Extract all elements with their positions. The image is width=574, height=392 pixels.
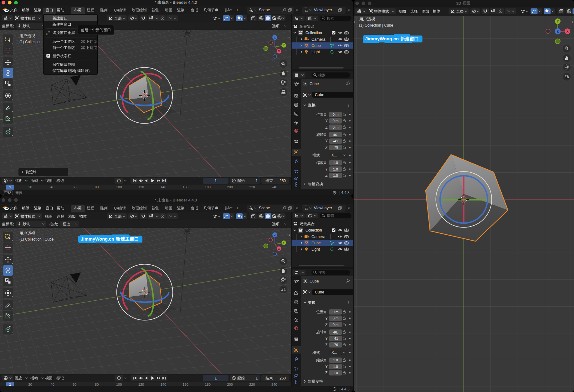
- svg-text:0 m: 0 m: [332, 125, 338, 129]
- svg-text:Cube: Cube: [315, 290, 324, 294]
- svg-text:1: 1: [256, 179, 258, 183]
- svg-text:1.0: 1.0: [333, 174, 338, 177]
- svg-text::: :: [13, 222, 14, 227]
- svg-text:(1) Collection | Cube: (1) Collection | Cube: [19, 237, 54, 242]
- svg-text:240: 240: [271, 185, 277, 189]
- svg-text:* 未命名 - Blender 4.4.3: * 未命名 - Blender 4.4.3: [155, 198, 197, 202]
- svg-text:160: 160: [183, 383, 188, 386]
- svg-text:240: 240: [271, 383, 277, 386]
- svg-text:0 m: 0 m: [332, 113, 338, 116]
- svg-text:Y: Y: [283, 241, 285, 244]
- svg-text:140: 140: [161, 185, 166, 189]
- svg-text:Scene: Scene: [259, 206, 270, 210]
- svg-text:(1) Collection: (1) Collection: [19, 40, 42, 44]
- svg-text:+: +: [236, 206, 238, 211]
- svg-text:Camera: Camera: [311, 235, 325, 239]
- svg-text:1: 1: [256, 376, 258, 380]
- svg-text:Y: Y: [325, 167, 328, 171]
- svg-text:-79: -79: [333, 343, 338, 347]
- svg-text:X: X: [324, 113, 326, 117]
- svg-text:Cube: Cube: [310, 82, 319, 86]
- svg-text:220: 220: [249, 383, 255, 386]
- svg-text:160: 160: [183, 185, 188, 189]
- svg-text:>: >: [354, 20, 356, 24]
- svg-text:1.0: 1.0: [333, 358, 338, 362]
- svg-text:1.0: 1.0: [333, 161, 338, 165]
- svg-text:X...: X...: [331, 350, 337, 355]
- svg-text:X: X: [278, 50, 280, 53]
- svg-text:250: 250: [279, 376, 286, 380]
- svg-text:-41: -41: [333, 139, 338, 143]
- svg-text:-79: -79: [333, 145, 338, 149]
- svg-text:Z: Z: [325, 125, 327, 130]
- svg-text:<: <: [289, 36, 290, 39]
- svg-text:20: 20: [28, 185, 32, 189]
- svg-text:0 m: 0 m: [332, 310, 338, 314]
- svg-text::: :: [57, 222, 58, 227]
- svg-text:250: 250: [279, 179, 286, 183]
- svg-text:JimmyWong.cn: JimmyWong.cn: [365, 36, 399, 41]
- svg-text:Y: Y: [325, 119, 328, 123]
- svg-text:Cube: Cube: [310, 279, 319, 283]
- svg-text:Cube: Cube: [311, 241, 321, 245]
- svg-text:200: 200: [227, 185, 233, 189]
- svg-text:4.4.3: 4.4.3: [341, 387, 350, 391]
- svg-text:Z: Z: [325, 145, 327, 150]
- svg-text:+: +: [236, 8, 238, 13]
- svg-text:X: X: [324, 330, 326, 334]
- svg-text:Y: Y: [283, 44, 285, 47]
- svg-text::: :: [13, 24, 14, 28]
- svg-text:180: 180: [205, 383, 211, 386]
- svg-text:.: .: [111, 28, 112, 32]
- svg-text:Cube: Cube: [311, 43, 321, 48]
- svg-text:UV: UV: [114, 206, 119, 211]
- svg-text:20: 20: [28, 383, 32, 386]
- svg-text:Camera: Camera: [311, 37, 325, 42]
- svg-text:): ): [88, 69, 90, 73]
- svg-text:200: 200: [227, 383, 233, 386]
- svg-text:Y: Y: [325, 364, 328, 369]
- svg-text:60: 60: [73, 383, 76, 386]
- svg-text:<: <: [571, 20, 573, 24]
- svg-text:100: 100: [116, 185, 122, 189]
- svg-text:ViewLayer: ViewLayer: [314, 206, 332, 210]
- svg-text:Cube: Cube: [315, 93, 324, 97]
- svg-text:X: X: [324, 358, 326, 363]
- svg-text:46.: 46.: [333, 133, 338, 137]
- svg-text:Z: Z: [274, 36, 275, 39]
- svg-text:80: 80: [95, 185, 99, 189]
- svg-text:Z: Z: [325, 173, 327, 178]
- svg-text:(: (: [75, 69, 76, 73]
- svg-text:Z: Z: [557, 30, 559, 33]
- svg-text:Z: Z: [274, 233, 275, 237]
- svg-text:<: <: [289, 233, 290, 237]
- svg-text:Y: Y: [325, 139, 328, 143]
- svg-text:1: 1: [9, 185, 11, 189]
- svg-text:1: 1: [215, 376, 217, 380]
- svg-text:Y: Y: [325, 336, 328, 341]
- svg-text:0 m: 0 m: [332, 119, 338, 123]
- svg-text:40: 40: [50, 383, 54, 386]
- svg-text:1.0: 1.0: [333, 371, 338, 375]
- svg-text:180: 180: [205, 185, 211, 189]
- svg-text:Y: Y: [325, 316, 328, 321]
- svg-text:ViewLayer: ViewLayer: [314, 8, 332, 12]
- svg-text:Z: Z: [325, 323, 327, 327]
- svg-text:Z: Z: [325, 343, 327, 347]
- svg-text:|: |: [339, 387, 340, 391]
- svg-text:UV: UV: [114, 8, 119, 13]
- svg-text:1.0: 1.0: [333, 365, 338, 369]
- svg-text:Collection: Collection: [305, 228, 322, 232]
- svg-text:X: X: [324, 133, 326, 137]
- svg-text:1.0: 1.0: [333, 167, 338, 171]
- svg-text:0 m: 0 m: [332, 323, 338, 327]
- svg-text:X: X: [566, 30, 569, 33]
- svg-text:|: |: [339, 191, 340, 195]
- svg-text:1: 1: [215, 179, 217, 183]
- svg-text:120: 120: [138, 185, 144, 189]
- svg-text:220: 220: [249, 185, 255, 189]
- svg-text:Light: Light: [311, 50, 320, 54]
- svg-text:Z: Z: [325, 371, 327, 375]
- svg-text:Y: Y: [557, 20, 559, 23]
- svg-text:1: 1: [9, 383, 11, 386]
